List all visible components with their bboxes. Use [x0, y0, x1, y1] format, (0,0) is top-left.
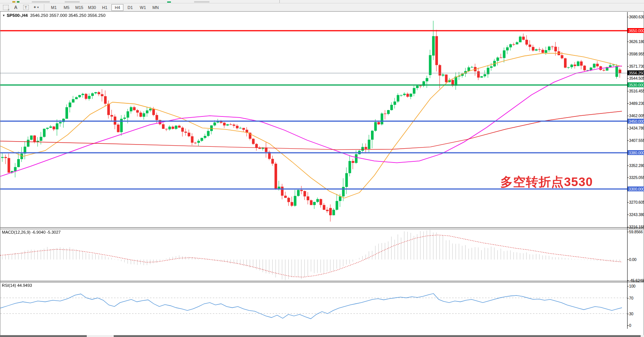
price-axis-border [627, 12, 628, 329]
price-axis-tick [627, 177, 629, 178]
price-level-badge: 3450.000 [628, 119, 644, 124]
price-axis-tick [627, 140, 629, 141]
price-level-badge: 3300.000 [628, 186, 644, 191]
chevron-down-icon: ▾ [37, 6, 39, 9]
scrollbar-track-gap [641, 335, 644, 337]
price-axis-tick [627, 17, 629, 17]
timeframe-button-M1[interactable]: M1 [48, 4, 60, 11]
price-axis-tick [627, 116, 629, 116]
price-level-badge: 3530.000 [628, 82, 644, 87]
price-axis-tick-label: 3489.230 [629, 101, 644, 106]
timeframe-button-W1[interactable]: W1 [137, 4, 149, 11]
price-axis-tick [627, 103, 629, 104]
horizontal-scrollbar[interactable] [0, 335, 644, 337]
price-axis-tick [627, 227, 629, 227]
symbol-and-ohlc: SP500-,H4 3546.250 3557.000 3545.250 355… [7, 13, 105, 18]
chevron-down-icon[interactable]: ▼ [2, 14, 5, 17]
main-chart-canvas[interactable] [0, 12, 627, 227]
rsi-axis-tick [627, 298, 629, 298]
chrome-fragment [12, 1, 15, 3]
chrome-fragment [65, 1, 80, 3]
chrome-fragment [167, 1, 171, 3]
price-axis-tick-label: 3680.630 [629, 15, 644, 19]
trading-terminal-window: { "toolbar": { "icons": [ {"name": "fibo… [0, 0, 644, 337]
macd-axis-label: 0.00 [629, 257, 637, 262]
rsi-axis-label: 30 [629, 312, 633, 316]
rsi-label: RSI(14) 44.9493 [2, 283, 32, 288]
macd-label: MACD(12,26,9) -6.9040 -5.3027 [2, 230, 61, 234]
chrome-fragment [32, 1, 50, 3]
timeframe-button-M30[interactable]: M30 [86, 4, 98, 11]
price-axis-tick-label: 3216.155 [629, 225, 644, 229]
scrollbar-track-gap [87, 335, 114, 337]
macd-pane-canvas[interactable] [0, 229, 627, 281]
rsi-axis-tick [627, 286, 629, 286]
price-axis-tick-label: 3626.180 [629, 39, 644, 44]
price-axis-tick-label: 3407.555 [629, 138, 644, 143]
rsi-axis-tick [627, 325, 629, 326]
chrome-fragment [17, 1, 19, 3]
price-axis-tick-label: 3544.505 [629, 76, 644, 81]
macd-axis-tick [627, 259, 629, 260]
price-axis-tick-label: 3352.280 [629, 163, 644, 168]
rsi-pane-canvas[interactable] [0, 282, 627, 328]
price-level-badge: 3380.000 [628, 150, 644, 155]
price-axis-tick [627, 42, 629, 42]
timeframe-button-H4[interactable]: H4 [111, 4, 123, 11]
timeframe-button-row: M1M5M15M30H1H4D1W1MN [47, 4, 162, 11]
chart-title: ▼SP500-,H4 3546.250 3557.000 3545.250 35… [2, 13, 105, 18]
timeframe-button-D1[interactable]: D1 [124, 4, 136, 11]
price-axis-tick [627, 166, 629, 166]
price-axis-tick-label: 3516.455 [629, 89, 644, 93]
bid-price-badge: 3556.250 [628, 70, 644, 75]
text-tool-icon[interactable]: A [11, 4, 20, 11]
macd-axis-tick [627, 232, 629, 232]
rsi-axis-label: 0 [629, 323, 631, 328]
timeframe-button-M15[interactable]: M15 [73, 4, 85, 11]
chrome-fragment [279, 0, 280, 3]
price-axis-tick-label: 3243.380 [629, 212, 644, 217]
timeframe-button-M5[interactable]: M5 [61, 4, 73, 11]
rsi-axis-label: 70 [629, 296, 633, 300]
price-axis-tick [627, 91, 629, 91]
macd-axis-label: -45.6249 [629, 278, 644, 283]
chrome-fragment [194, 1, 209, 3]
price-axis-tick-label: 3325.055 [629, 175, 644, 180]
timeframe-button-H1[interactable]: H1 [99, 4, 111, 11]
price-axis-tick [627, 78, 629, 79]
price-axis-tick-label: 3462.005 [629, 113, 644, 118]
price-axis-tick-label: 3434.780 [629, 126, 644, 130]
price-axis-tick [627, 215, 629, 215]
price-axis-tick-label: 3598.955 [629, 52, 644, 56]
toolbar-grip[interactable] [43, 4, 45, 10]
drawing-and-timeframe-toolbar: F A T ✦▾ M1M5M15M30H1H4D1W1MN [0, 3, 644, 11]
price-axis-tick [627, 66, 629, 67]
price-axis-tick [627, 202, 629, 203]
rsi-axis-tick [627, 314, 629, 314]
timeframe-button-MN[interactable]: MN [150, 4, 162, 11]
fibonacci-tool-icon[interactable]: F [1, 4, 10, 11]
macd-axis-tick [627, 280, 629, 281]
rsi-axis-label: 100 [629, 284, 635, 288]
price-axis-tick-label: 3571.730 [629, 64, 644, 69]
price-axis-tick [627, 54, 629, 54]
price-axis-tick-label: 3270.605 [629, 200, 644, 204]
macd-axis-label: 59.8566 [629, 230, 643, 234]
chart-window: ▼SP500-,H4 3546.250 3557.000 3545.250 35… [0, 11, 644, 336]
price-level-badge: 3650.000 [628, 28, 644, 33]
chart-annotation[interactable]: 多空转折点3530 [500, 174, 593, 191]
window-chrome-sliver [0, 0, 644, 3]
arrow-tools-icon[interactable]: ✦▾ [31, 4, 40, 11]
text-label-tool-icon[interactable]: T [21, 4, 30, 11]
price-axis-tick [627, 128, 629, 128]
